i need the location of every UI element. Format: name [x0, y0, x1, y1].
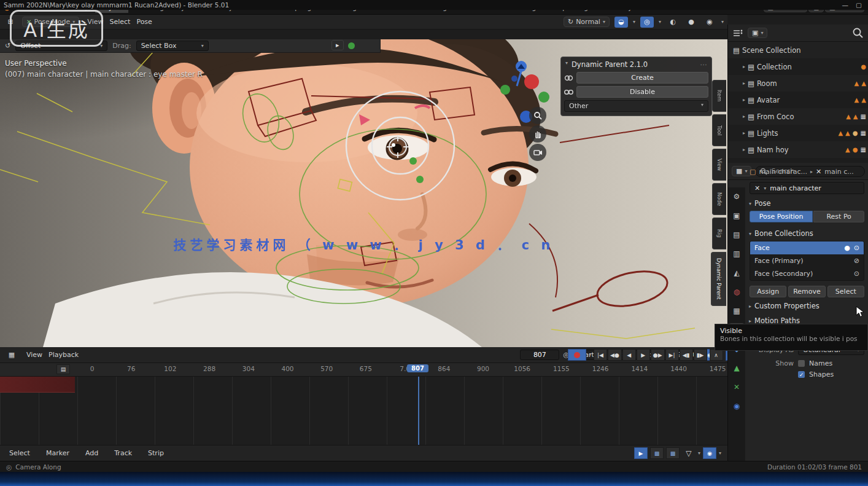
outliner-item-avatar[interactable]: ▸▤Avatar▲▲ — [728, 92, 868, 108]
dot-icon[interactable]: ● — [844, 244, 850, 252]
outliner-item-room[interactable]: ▸▤Room▲▲ — [728, 75, 868, 92]
record-caret-icon[interactable]: ▾ — [589, 352, 591, 358]
bone-collection-face-primary-[interactable]: Face (Primary)⊘ — [750, 254, 864, 267]
transform-orientation-dropdown[interactable]: ↻ Normal ▾ — [564, 17, 610, 27]
data-tab[interactable]: ✕ — [729, 380, 744, 394]
playhead-line[interactable] — [418, 377, 419, 445]
sidebar-tab-tool[interactable]: Tool — [712, 114, 726, 146]
bone-collection-face-secondary-[interactable]: Face (Secondary)⊙ — [750, 267, 864, 280]
eye-icon[interactable]: ⊙ — [854, 270, 859, 278]
pause-left-button[interactable]: ◀▮ — [680, 349, 693, 361]
tool-tab[interactable]: ⚙ — [729, 190, 744, 203]
channel-strip[interactable] — [0, 377, 75, 393]
assign-button[interactable]: Assign — [750, 286, 786, 297]
sidebar-tab-item[interactable]: Item — [712, 80, 726, 112]
outliner-item-nam-hoy[interactable]: ▸▤Nam hoy▲●▦ — [728, 141, 868, 158]
outliner-item-scene-collection[interactable]: ▤Scene Collection — [728, 42, 868, 58]
overlay-globe-button[interactable]: ◉ — [703, 447, 716, 459]
sidebar-tab-node[interactable]: Node — [712, 183, 726, 215]
timeline-bottom-menu-marker[interactable]: Marker — [43, 449, 72, 457]
expand-chevron-icon[interactable]: ▸ — [743, 147, 745, 152]
timeline-bottom-menu-track[interactable]: Track — [111, 449, 135, 457]
bone-collection-face[interactable]: Face●⊙ — [750, 241, 864, 254]
eye-closed-icon[interactable]: ⊘ — [854, 257, 859, 265]
viewport-menu-select[interactable]: Select — [106, 18, 133, 26]
shading-solid-toggle[interactable]: ● — [684, 17, 698, 28]
shading-caret-icon[interactable]: ▾ — [721, 19, 724, 25]
sidebar-tab-rig[interactable]: Rig — [712, 218, 726, 249]
jump-to-end-button[interactable]: ▶| — [665, 349, 679, 361]
camera-view-button[interactable] — [529, 144, 546, 161]
expand-chevron-icon[interactable]: ▸ — [743, 130, 745, 136]
prev-keyframe-button[interactable]: ◀● — [608, 349, 622, 361]
pan-nav-button[interactable] — [529, 125, 546, 143]
eye-icon[interactable]: ⊙ — [854, 244, 859, 252]
current-frame-field[interactable]: 807 — [520, 350, 559, 360]
expand-chevron-icon[interactable]: ▸ — [743, 80, 745, 86]
filter-list-icon[interactable] — [733, 29, 743, 37]
history-icon[interactable]: ↺ — [5, 42, 10, 50]
outliner-item-from-coco[interactable]: ▸▤From Coco▲▲▦ — [728, 108, 868, 125]
snap-caret-icon[interactable]: ▾ — [633, 19, 635, 25]
timeline-editor-type-icon[interactable]: ▦ — [5, 350, 18, 361]
panel-options-icon[interactable]: ⋯ — [700, 60, 708, 69]
timeline-tracks[interactable] — [0, 377, 727, 445]
sidebar-tab-view[interactable]: View — [712, 149, 726, 181]
pose-position-button[interactable]: Pose Position — [750, 211, 813, 222]
prev-frame-button[interactable]: ◀ — [622, 349, 636, 361]
remove-button[interactable]: Remove — [788, 286, 825, 297]
proportional-edit-toggle[interactable]: ◎ — [640, 17, 654, 28]
snap-toggle[interactable]: ◒ — [614, 17, 628, 28]
expand-chevron-icon[interactable]: ▸ — [743, 114, 745, 119]
playhead-badge[interactable]: 807 — [407, 364, 428, 372]
other-dropdown[interactable]: Other ▾ — [564, 100, 708, 112]
output-tab[interactable]: ▤ — [729, 228, 744, 241]
jump-to-start-button[interactable]: |◀ — [594, 349, 607, 361]
overlay-caret-icon[interactable]: ▾ — [719, 450, 721, 456]
panel-collapse-icon[interactable]: ▾ — [565, 60, 568, 69]
collection-tab[interactable]: ▦ — [729, 304, 744, 318]
outliner-item-collection[interactable]: ▸▤Collection● — [728, 58, 868, 75]
thumbnail-a-button[interactable]: ▩ — [650, 447, 664, 459]
viewport-menu-pose[interactable]: Pose — [133, 18, 155, 26]
drag-dropdown[interactable]: Select Box ▾ — [136, 41, 209, 51]
timeline-ruler[interactable]: ▤ 0761022883044005706757.086490010561155… — [0, 363, 727, 377]
shapes-checkbox[interactable]: ✓ — [798, 371, 805, 378]
filter-funnel-button[interactable]: ▽ — [682, 447, 696, 459]
world-tab[interactable]: ◍ — [729, 285, 744, 299]
expand-chevron-icon[interactable]: ▸ — [743, 97, 745, 103]
next-keyframe-button[interactable]: ●▶ — [651, 349, 665, 361]
proportional-caret-icon[interactable]: ▾ — [659, 19, 661, 25]
datablock-name-field[interactable]: ✕ ▾ main character — [750, 182, 864, 194]
zoom-nav-button[interactable] — [529, 107, 546, 124]
breadcrumb-object[interactable]: main charac... — [759, 168, 807, 176]
pose-panel-header[interactable]: ▾ Pose — [745, 196, 868, 211]
sidebar-tab-dynamic-parent[interactable]: Dynamic Parent — [711, 252, 726, 306]
names-checkbox[interactable] — [798, 360, 805, 367]
minimize-button[interactable]: — — [837, 1, 854, 9]
thumbnail-b-button[interactable]: ▩ — [666, 447, 680, 459]
custom-properties-header[interactable]: ▸Custom Properties — [745, 299, 868, 313]
play-button[interactable]: ▶ — [637, 349, 650, 361]
physics-tab[interactable]: ◉ — [729, 399, 744, 413]
create-button[interactable]: Create — [576, 72, 708, 84]
play-filter-button[interactable]: ▶ — [634, 447, 648, 459]
expand-chevron-icon[interactable]: ▸ — [743, 64, 745, 69]
display-mode-dropdown[interactable]: ▣ ▾ — [748, 28, 767, 38]
view-layer-tab[interactable]: ▥ — [729, 247, 744, 261]
render-tab[interactable]: ▣ — [729, 209, 744, 222]
outliner-search-icon[interactable] — [851, 28, 864, 39]
record-button[interactable] — [568, 349, 586, 361]
timeline-menu-playback[interactable]: Playback — [45, 351, 82, 359]
timeline-menu-view[interactable]: View — [23, 351, 45, 359]
collapse-channels-button[interactable]: ▤ — [56, 364, 70, 374]
restore-button[interactable]: ▢ — [853, 1, 864, 9]
timeline-bottom-menu-select[interactable]: Select — [6, 449, 33, 457]
pause-right-button[interactable]: ▮▶ — [694, 349, 707, 361]
disable-button[interactable]: Disable — [576, 86, 708, 98]
scene-tab[interactable]: ◭ — [729, 266, 744, 280]
overlays-toggle[interactable]: ◐ — [666, 17, 680, 28]
rest-position-button[interactable]: Rest Po — [813, 211, 864, 222]
constraints-tab[interactable]: ▲ — [729, 361, 744, 375]
breadcrumb-data[interactable]: main c... — [824, 168, 854, 176]
